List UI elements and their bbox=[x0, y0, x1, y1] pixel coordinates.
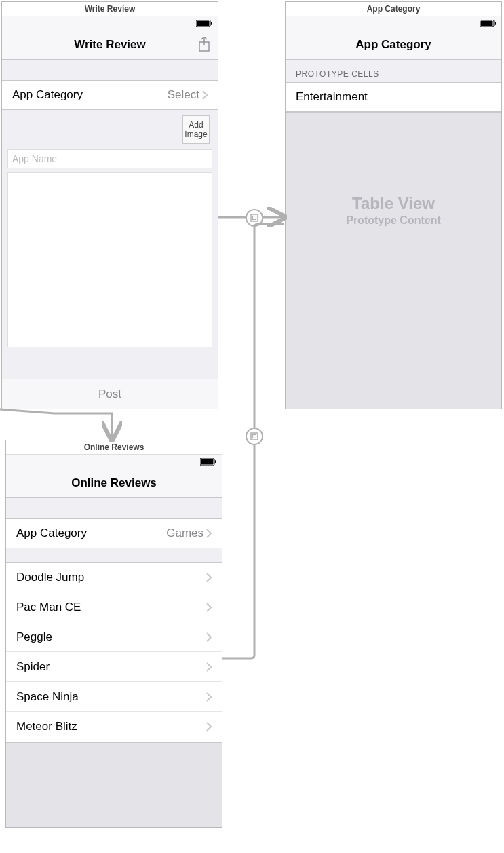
screen-online-reviews: Online Reviews Online Reviews App Catego… bbox=[5, 440, 222, 828]
list-item[interactable]: Spider bbox=[6, 652, 222, 682]
list-item-label: Pac Man CE bbox=[16, 601, 81, 614]
svg-rect-12 bbox=[253, 216, 256, 220]
svg-rect-10 bbox=[215, 460, 216, 463]
cell-value: Select bbox=[168, 88, 199, 102]
cell-label: App Category bbox=[16, 527, 166, 540]
svg-rect-1 bbox=[197, 20, 210, 26]
tableview-placeholder: Table View Prototype Content bbox=[286, 112, 501, 409]
scene-title: Write Review bbox=[2, 2, 218, 16]
list-item-label: Spider bbox=[16, 660, 50, 674]
nav-bar: Online Reviews bbox=[6, 468, 222, 498]
status-bar bbox=[6, 455, 222, 468]
cell-value: Games bbox=[166, 527, 203, 540]
svg-rect-9 bbox=[201, 459, 214, 464]
segue-node-icon bbox=[246, 428, 263, 445]
chevron-right-icon bbox=[206, 722, 212, 732]
list-item[interactable]: Pac Man CE bbox=[6, 592, 222, 622]
svg-rect-2 bbox=[211, 22, 212, 25]
cell-app-category[interactable]: App Category Select bbox=[2, 80, 218, 110]
list-item-label: Doodle Jump bbox=[16, 571, 84, 584]
placeholder-title: Table View bbox=[352, 194, 435, 213]
app-name-input[interactable] bbox=[7, 149, 212, 168]
nav-title: Online Reviews bbox=[71, 476, 157, 490]
segue-arrow bbox=[0, 409, 125, 443]
scene-title: App Category bbox=[286, 2, 501, 16]
battery-icon bbox=[196, 20, 212, 27]
chevron-right-icon bbox=[206, 573, 212, 582]
share-icon bbox=[197, 37, 211, 53]
cell-app-category[interactable]: App Category Games bbox=[6, 518, 222, 548]
chevron-right-icon bbox=[206, 603, 212, 612]
list-item[interactable]: Space Ninja bbox=[6, 682, 222, 712]
battery-icon bbox=[200, 458, 216, 466]
list-item[interactable]: Meteor Blitz bbox=[6, 712, 222, 742]
screen-app-category: App Category App Category PROTOTYPE CELL… bbox=[285, 1, 502, 409]
list-item-label: Meteor Blitz bbox=[16, 720, 77, 734]
placeholder-subtitle: Prototype Content bbox=[346, 214, 441, 227]
status-bar bbox=[286, 16, 501, 30]
chevron-right-icon bbox=[206, 692, 212, 702]
section-header: PROTOTYPE CELLS bbox=[286, 60, 501, 82]
prototype-cell[interactable]: Entertainment bbox=[286, 82, 501, 112]
chevron-right-icon bbox=[206, 529, 212, 538]
list-item[interactable]: Peggle bbox=[6, 622, 222, 652]
post-button[interactable]: Post bbox=[2, 379, 218, 409]
svg-rect-11 bbox=[251, 214, 258, 221]
status-bar bbox=[2, 16, 218, 30]
chevron-right-icon bbox=[202, 90, 208, 100]
prototype-cell-label: Entertainment bbox=[296, 90, 368, 104]
share-button[interactable] bbox=[196, 37, 212, 53]
cell-label: App Category bbox=[12, 88, 168, 102]
svg-rect-14 bbox=[253, 435, 256, 438]
list-item-label: Space Ninja bbox=[16, 690, 79, 704]
svg-rect-6 bbox=[481, 20, 493, 26]
nav-title: App Category bbox=[355, 38, 431, 52]
review-textarea[interactable] bbox=[7, 172, 212, 347]
svg-rect-13 bbox=[251, 433, 258, 440]
svg-rect-7 bbox=[495, 22, 496, 25]
list-item-label: Peggle bbox=[16, 630, 52, 644]
nav-bar: Write Review bbox=[2, 30, 218, 60]
add-image-button[interactable]: Add Image bbox=[182, 115, 210, 144]
nav-title: Write Review bbox=[74, 38, 146, 52]
chevron-right-icon bbox=[206, 662, 212, 672]
screen-write-review: Write Review Write Review App Category S… bbox=[1, 1, 218, 409]
nav-bar: App Category bbox=[286, 30, 501, 60]
reviews-list: Doodle JumpPac Man CEPeggleSpiderSpace N… bbox=[6, 562, 222, 742]
battery-icon bbox=[480, 20, 496, 27]
list-item[interactable]: Doodle Jump bbox=[6, 563, 222, 592]
chevron-right-icon bbox=[206, 632, 212, 642]
